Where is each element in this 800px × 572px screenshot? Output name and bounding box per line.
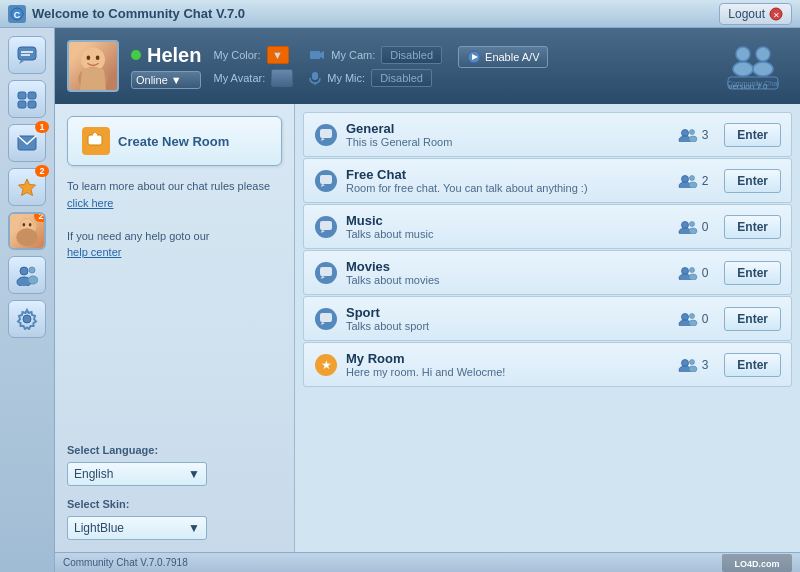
svg-marker-62 bbox=[321, 276, 325, 279]
skin-select[interactable]: LightBlue ▼ bbox=[67, 516, 207, 540]
svg-marker-56 bbox=[321, 230, 325, 233]
enter-room-button[interactable]: Enter bbox=[724, 169, 781, 193]
room-icon bbox=[314, 261, 338, 285]
cam-label: My Cam: bbox=[331, 49, 375, 61]
svg-point-72 bbox=[689, 320, 697, 326]
svg-marker-68 bbox=[321, 322, 325, 325]
color-picker[interactable]: ▼ bbox=[267, 46, 289, 64]
language-section: Select Language: English ▼ bbox=[67, 444, 282, 486]
sidebar-item-chat[interactable] bbox=[8, 36, 46, 74]
room-description: Here my room. Hi and Welocme! bbox=[346, 366, 670, 378]
spacer bbox=[67, 273, 282, 433]
status-text: Community Chat V.7.0.7918 bbox=[63, 557, 188, 568]
svg-point-17 bbox=[29, 223, 32, 227]
click-here-link[interactable]: click here bbox=[67, 197, 113, 209]
lo4d-watermark: LO4D.com bbox=[722, 554, 792, 572]
sidebar-item-settings[interactable] bbox=[8, 300, 46, 338]
room-count: 2 bbox=[678, 174, 709, 188]
mic-control: My Mic: Disabled bbox=[309, 69, 442, 87]
status-arrow: ▼ bbox=[171, 74, 182, 86]
color-control: My Color: ▼ bbox=[213, 46, 293, 64]
svg-point-37 bbox=[753, 62, 773, 76]
info-text-2: If you need any help goto our bbox=[67, 230, 210, 242]
status-dropdown[interactable]: Online ▼ bbox=[131, 71, 201, 89]
svg-marker-50 bbox=[321, 184, 325, 187]
svg-point-60 bbox=[689, 228, 697, 234]
room-description: Talks about sport bbox=[346, 320, 670, 332]
svg-rect-4 bbox=[18, 47, 36, 60]
svg-point-21 bbox=[29, 267, 35, 273]
svg-point-63 bbox=[681, 267, 688, 274]
room-name: My Room bbox=[346, 351, 670, 366]
control-row-av: Enable A/V bbox=[458, 46, 548, 68]
info-section: To learn more about our chat rules pleas… bbox=[67, 178, 282, 261]
svg-point-34 bbox=[736, 47, 750, 61]
status-value: Online bbox=[136, 74, 168, 86]
rooms-icon bbox=[16, 88, 38, 110]
language-arrow: ▼ bbox=[188, 467, 200, 481]
svg-point-47 bbox=[689, 129, 694, 134]
profile-name-area: Helen bbox=[131, 44, 201, 67]
room-count: 3 bbox=[678, 358, 709, 372]
title-bar-left: C Welcome to Community Chat V.7.0 bbox=[8, 5, 245, 23]
enter-room-button[interactable]: Enter bbox=[724, 261, 781, 285]
room-info: My Room Here my room. Hi and Welocme! bbox=[346, 351, 670, 378]
svg-point-73 bbox=[681, 359, 688, 366]
svg-point-75 bbox=[689, 359, 694, 364]
svg-point-25 bbox=[87, 55, 91, 60]
table-row: General This is General Room 3 Enter bbox=[303, 112, 792, 157]
enter-room-button[interactable]: Enter bbox=[724, 123, 781, 147]
room-icon bbox=[314, 215, 338, 239]
control-row-right: My Cam: Disabled My Mic: Disabled bbox=[309, 46, 442, 87]
svg-point-26 bbox=[96, 55, 100, 60]
language-select[interactable]: English ▼ bbox=[67, 462, 207, 486]
svg-marker-13 bbox=[19, 179, 36, 196]
svg-point-45 bbox=[681, 129, 688, 136]
room-count: 0 bbox=[678, 220, 709, 234]
create-room-button[interactable]: Create New Room bbox=[67, 116, 282, 166]
table-row: Movies Talks about movies 0 Enter bbox=[303, 250, 792, 295]
help-center-link[interactable]: help center bbox=[67, 246, 121, 258]
room-users-icon bbox=[678, 128, 698, 142]
profile-bar: Helen Online ▼ My Color: ▼ My Avatar: bbox=[55, 28, 800, 104]
enter-room-button[interactable]: Enter bbox=[724, 353, 781, 377]
profile-controls: My Color: ▼ My Avatar: My Cam: bbox=[213, 46, 548, 87]
svg-text:Community Chat: Community Chat bbox=[727, 80, 779, 88]
logout-button[interactable]: Logout ✕ bbox=[719, 3, 792, 25]
room-name: Movies bbox=[346, 259, 670, 274]
cam-icon bbox=[309, 49, 325, 61]
svg-point-22 bbox=[28, 276, 38, 284]
info-text-1: To learn more about our chat rules pleas… bbox=[67, 180, 270, 192]
mic-status: Disabled bbox=[371, 69, 432, 87]
sidebar-item-avatar[interactable]: 2 bbox=[8, 212, 46, 250]
sidebar-item-users[interactable] bbox=[8, 256, 46, 294]
room-name: Free Chat bbox=[346, 167, 670, 182]
avatar-picker[interactable] bbox=[271, 69, 293, 87]
lo4d-logo: LO4D.com bbox=[722, 554, 792, 572]
table-row: Free Chat Room for free chat. You can ta… bbox=[303, 158, 792, 203]
svg-rect-61 bbox=[320, 267, 332, 276]
create-room-icon bbox=[82, 127, 110, 155]
enter-room-button[interactable]: Enter bbox=[724, 307, 781, 331]
room-name: Music bbox=[346, 213, 670, 228]
star-room-icon: ★ bbox=[315, 354, 337, 376]
chat-room-icon bbox=[315, 262, 337, 284]
enable-av-button[interactable]: Enable A/V bbox=[458, 46, 548, 68]
avatar-control: My Avatar: bbox=[213, 69, 293, 87]
skin-label: Select Skin: bbox=[67, 498, 282, 510]
room-icon: ★ bbox=[314, 353, 338, 377]
sidebar-item-messages[interactable]: 1 bbox=[8, 124, 46, 162]
enter-room-button[interactable]: Enter bbox=[724, 215, 781, 239]
sidebar-item-rooms[interactable] bbox=[8, 80, 46, 118]
profile-username: Helen bbox=[147, 44, 201, 67]
svg-rect-10 bbox=[18, 101, 26, 108]
svg-point-35 bbox=[733, 62, 753, 76]
profile-info: Helen Online ▼ bbox=[131, 44, 201, 89]
svg-point-23 bbox=[23, 315, 31, 323]
svg-rect-30 bbox=[312, 72, 318, 80]
svg-point-36 bbox=[756, 47, 770, 61]
room-description: Talks about music bbox=[346, 228, 670, 240]
app-title: Welcome to Community Chat V.7.0 bbox=[32, 6, 245, 21]
sidebar-item-favorites[interactable]: 2 bbox=[8, 168, 46, 206]
svg-point-76 bbox=[689, 366, 697, 372]
